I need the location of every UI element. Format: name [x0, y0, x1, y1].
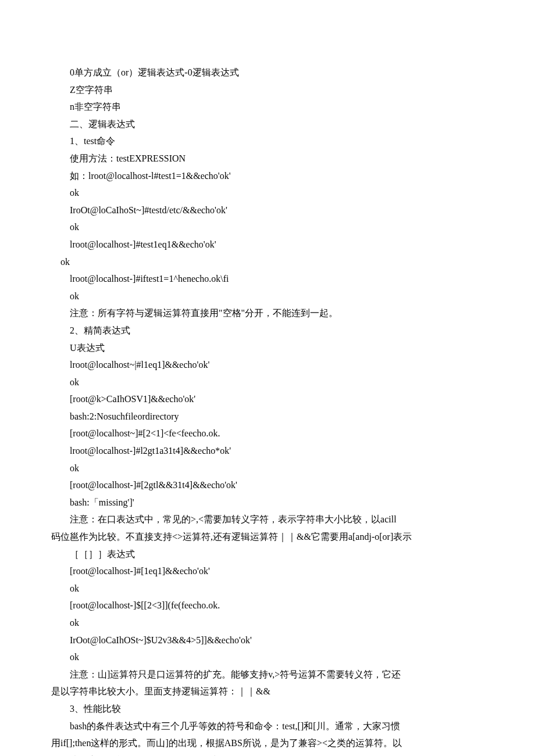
text-line: ok — [51, 288, 484, 305]
text-line: n非空字符串 — [51, 98, 484, 116]
text-line: ok — [51, 580, 484, 597]
text-line: 0单方成立（or）逻辑表达式-0逻辑表达式 — [51, 64, 484, 81]
text-line: 如：lroot@localhost-l#test1=1&&echo'ok' — [51, 167, 484, 185]
paragraph: 注意：山]运算符只是口运算符的扩充。能够支持v,>符号运算不需要转义符，它还 是… — [51, 666, 484, 700]
document-page: 0单方成立（or）逻辑表达式-0逻辑表达式 Z空字符串 n非空字符串 二、逻辑表… — [0, 0, 535, 756]
text-line: ok — [51, 460, 484, 477]
text-line: ［［］］表达式 — [51, 546, 484, 563]
paragraph: bash的条件表达式中有三个几乎等效的符号和命令：test,[]和[川。通常，大… — [51, 718, 484, 756]
text-line: ok — [51, 253, 484, 271]
text-line: Z空字符串 — [51, 81, 484, 99]
text-line: ok — [51, 218, 484, 236]
text-line: 2、精简表达式 — [51, 322, 484, 339]
text-line: IroOt@loCaIhoSt~]#testd/etc/&&echo'ok' — [51, 202, 484, 219]
text-line: IrOot@loCaIhOSt~]$U2v3&&4>5]]&&echo'ok' — [51, 632, 484, 649]
text-line: lroot@localhost-]#l2gt1a31t4]&&echo*ok' — [51, 442, 484, 460]
text-line: 二、逻辑表达式 — [51, 116, 484, 133]
text-line: ok — [51, 614, 484, 632]
text-line: bash的条件表达式中有三个几乎等效的符号和命令：test,[]和[川。通常，大… — [51, 718, 484, 735]
text-line: 码位邕作为比较。不直接支持<>运算符,还有逻辑运算符｜｜&&它需要用a[andj… — [51, 528, 484, 546]
text-line: [root@localhost-]#[2gtl&&31t4]&&echo'ok' — [51, 476, 484, 494]
text-line: 用if[];then这样的形式。而山]的出现，根据ABS所说，是为了兼容><之类… — [51, 734, 484, 752]
text-line: 3、性能比较 — [51, 700, 484, 718]
text-line: lroot@localhost-]#test1eq1&&echo'ok' — [51, 236, 484, 253]
text-line: [root@localhost-]#[1eq1]&&echo'ok' — [51, 562, 484, 580]
text-line: 注意：山]运算符只是口运算符的扩充。能够支持v,>符号运算不需要转义符，它还 — [51, 666, 484, 683]
text-line: lroot@localhost~|#l1eq1]&&echo'ok' — [51, 356, 484, 374]
text-line: 下是比较它们性能，发现［［］］是最快的。 — [51, 752, 484, 756]
text-line: [root@localhost-]$[[2<3]](fe(feecho.ok. — [51, 597, 484, 614]
text-line: 注意：所有字符与逻辑运算符直接用"空格"分开，不能连到一起。 — [51, 304, 484, 322]
text-line: [root@k>CaIhOSV1]&&echo'ok' — [51, 390, 484, 408]
text-line: ok — [51, 184, 484, 202]
text-line: 是以字符串比较大小。里面支持逻辑运算符：｜｜&& — [51, 683, 484, 700]
text-line: 使用方法：testEXPRESSION — [51, 150, 484, 167]
paragraph: 注意：在口表达式中，常见的>,<需要加转义字符，表示字符串大小比较，以acill… — [51, 511, 484, 545]
text-line: ok — [51, 374, 484, 391]
text-line: bash:2:Nosuchfileordirectory — [51, 408, 484, 425]
text-line: 注意：在口表达式中，常见的>,<需要加转义字符，表示字符串大小比较，以acill — [51, 511, 484, 528]
text-line: lroot@localhost-]#iftest1=1^henecho.ok\f… — [51, 270, 484, 288]
text-line: ok — [51, 648, 484, 666]
text-line: 1、test命令 — [51, 132, 484, 150]
text-line: [root@localhost~]#[2<1]<fe<feecho.ok. — [51, 425, 484, 442]
text-line: bash:「missing']' — [51, 494, 484, 511]
text-line: U表达式 — [51, 339, 484, 357]
